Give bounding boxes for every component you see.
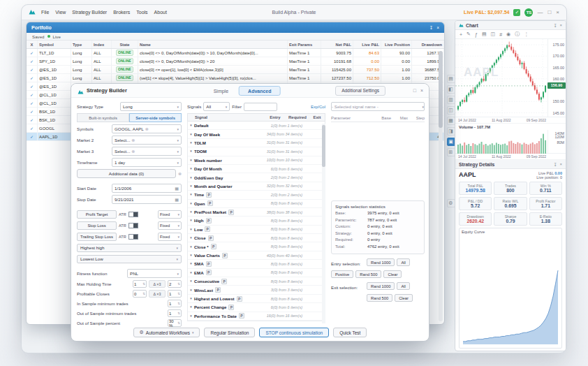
chevron-down-icon[interactable]: ▼ bbox=[188, 219, 194, 222]
spinner[interactable]: 30 %⇅ bbox=[168, 319, 182, 327]
chart-panel-header[interactable]: Chart ↧ × bbox=[455, 21, 566, 30]
chevron-down-icon[interactable]: ▼ bbox=[188, 141, 194, 145]
delta-box[interactable]: Δ ×3 bbox=[149, 280, 166, 288]
chart-toolbar-icon[interactable]: ⓘ bbox=[515, 31, 520, 38]
chevron-down-icon[interactable]: ▼ bbox=[188, 167, 194, 170]
atr-fixed-toggle[interactable] bbox=[128, 234, 138, 240]
spinner-arrows-icon[interactable]: ⇅ bbox=[177, 312, 180, 315]
signal-row[interactable]: ▼ Day Of Month P 6(0) from 6 item(s) bbox=[188, 165, 325, 173]
chevron-down-icon[interactable]: ▼ bbox=[188, 228, 194, 231]
signal-row[interactable]: ▼ Week number P 10(0) from 10 item(s) bbox=[188, 156, 325, 165]
exit-param-button[interactable]: Stop Loss bbox=[77, 221, 117, 230]
chevron-down-icon[interactable]: ▼ bbox=[188, 176, 194, 180]
chevron-down-icon[interactable]: ▼ bbox=[188, 202, 194, 205]
tab-simple[interactable]: Simple bbox=[205, 86, 237, 96]
signals-filter-select[interactable]: All▾ bbox=[203, 102, 230, 111]
side-toolbar-icon[interactable]: ⚙ bbox=[447, 199, 455, 207]
pin-icon[interactable]: ↧ bbox=[553, 23, 557, 28]
signal-row[interactable]: ▼ Day Of Week P 34(0) from 34 item(s) bbox=[188, 130, 325, 138]
dialog-restore-button[interactable]: □ bbox=[413, 88, 416, 93]
signal-row[interactable]: ▼ Open P 8(0) from 8 item(s) bbox=[188, 200, 325, 208]
row-checkbox[interactable]: ✓ bbox=[30, 59, 34, 64]
chevron-down-icon[interactable]: ▼ bbox=[188, 133, 194, 136]
stop-simulation-button[interactable]: STOP continuous simulation bbox=[259, 328, 329, 337]
side-toolbar-icon[interactable]: ▤ bbox=[447, 75, 455, 83]
chart-toolbar-icon[interactable]: + bbox=[460, 32, 462, 37]
row-checkbox[interactable]: ✓ bbox=[30, 75, 34, 80]
spinner-arrows-icon[interactable]: ⇅ bbox=[142, 292, 145, 295]
signal-row[interactable]: ▼ Pre/Post Market P 38(0) from 38 item(s… bbox=[188, 208, 325, 217]
chevron-down-icon[interactable]: ▼ bbox=[188, 305, 194, 309]
signal-row[interactable]: ▼ Close P 8(0) from 8 item(s) bbox=[188, 234, 325, 242]
chevron-down-icon[interactable]: ▼ bbox=[188, 279, 194, 283]
chart-toolbar-icon[interactable]: ✎ bbox=[466, 31, 471, 37]
table-row[interactable]: ✓ SPY_1D Long ALL ONLINE close[0] <> 0, … bbox=[27, 57, 444, 66]
dialog-titlebar[interactable]: Strategy Builder Simple Advanced Additio… bbox=[71, 84, 429, 98]
selection-button[interactable]: Rand 500 bbox=[367, 294, 392, 302]
user-avatar[interactable]: TS bbox=[524, 8, 533, 17]
signal-row[interactable]: ▼ Close * P 8(0) from 8 item(s) bbox=[188, 242, 325, 251]
mode-select[interactable]: Fixed▾ bbox=[158, 233, 182, 241]
row-checkbox[interactable]: ✓ bbox=[30, 50, 34, 55]
strategy-type-select[interactable]: Long▾ bbox=[120, 102, 182, 111]
expand-collapse-link[interactable]: Exp/Col bbox=[311, 105, 325, 109]
spinner[interactable]: 1⇅ bbox=[168, 290, 182, 298]
stop-date-field[interactable]: 9/21/2021▦ bbox=[112, 195, 182, 204]
signal-row[interactable]: ▼ Low P 8(0) from 8 item(s) bbox=[188, 226, 325, 234]
portfolio-scrollbar[interactable] bbox=[439, 51, 443, 321]
selected-signal-select[interactable]: - Selected signal name -▾ bbox=[331, 102, 425, 111]
details-panel-header[interactable]: Strategy Details ↧ × bbox=[455, 160, 566, 169]
signal-row[interactable]: ▼ TDOM P 31(0) from 31 item(s) bbox=[188, 147, 325, 156]
side-toolbar-icon[interactable]: ▣ bbox=[447, 138, 455, 146]
menu-item[interactable]: File bbox=[41, 10, 49, 15]
signal-row[interactable]: ▼ Value Charts P 40(0) from 40 item(s) bbox=[188, 251, 325, 260]
clear-icon[interactable]: ⊗ bbox=[145, 126, 149, 131]
tab-server-symbols[interactable]: Server-side symbols bbox=[129, 113, 182, 122]
pin-icon[interactable]: ↧ bbox=[553, 162, 557, 167]
signal-row[interactable]: ▼ Highest and Lowest P 8(0) from 8 item(… bbox=[188, 295, 325, 303]
timeframe-select[interactable]: 1 day▾ bbox=[112, 158, 182, 167]
side-toolbar-icon[interactable]: ⊞ bbox=[447, 148, 455, 156]
chart-toolbar-icon[interactable]: ▤ bbox=[482, 31, 487, 37]
atr-fixed-toggle[interactable] bbox=[128, 223, 138, 228]
row-checkbox[interactable]: ✓ bbox=[30, 67, 34, 72]
start-date-field[interactable]: 1/1/2006▦ bbox=[112, 184, 182, 193]
delta-box[interactable]: Δ ×3 bbox=[149, 290, 166, 298]
symbols-select[interactable]: GOOGL, AAPL⊗▾ bbox=[112, 124, 182, 133]
quick-test-button[interactable]: Quick Test bbox=[333, 328, 367, 337]
row-checkbox[interactable]: ✓ bbox=[30, 84, 34, 89]
spinner[interactable]: 2⇅ bbox=[168, 280, 182, 288]
signal-row[interactable]: ▼ Month and Quarter P 32(0) from 32 item… bbox=[188, 182, 325, 191]
side-toolbar-icon[interactable]: ◨ bbox=[447, 127, 455, 136]
selection-button[interactable]: Clear bbox=[395, 294, 413, 302]
row-checkbox[interactable]: ✓ bbox=[30, 101, 34, 105]
automated-workflows-button[interactable]: ⚙ Automated Workflows ▾ bbox=[133, 328, 200, 337]
tab-advanced[interactable]: Advanced bbox=[239, 86, 280, 96]
table-row[interactable]: ✓ TLT_1D Long ALL ONLINE close[0] <> 0, … bbox=[27, 49, 444, 57]
spinner[interactable]: 0⇅ bbox=[133, 290, 147, 298]
chevron-down-icon[interactable]: ▼ bbox=[188, 124, 194, 127]
selection-button[interactable]: All bbox=[397, 282, 409, 290]
table-row[interactable]: ✓ @ES_1D Long ALL ONLINE close[0] <= ope… bbox=[27, 66, 444, 74]
spinner[interactable]: 1⇅ bbox=[133, 280, 147, 288]
signal-row[interactable]: ▼ EMA P 8(0) from 8 item(s) bbox=[188, 269, 325, 277]
signal-row[interactable]: ▼ WinsLast P 3(0) from 3 item(s) bbox=[188, 286, 325, 294]
chevron-down-icon[interactable]: ▼ bbox=[188, 193, 194, 196]
fitness-select[interactable]: PNL▾ bbox=[127, 269, 182, 278]
mode-select[interactable]: Fixed▾ bbox=[158, 221, 182, 230]
exit-param-button[interactable]: Profit Target bbox=[77, 210, 117, 219]
chevron-down-icon[interactable]: ▼ bbox=[188, 245, 194, 249]
signal-row[interactable]: ▼ Percent Change P 6(0) from 6 item(s) bbox=[188, 303, 325, 312]
row-checkbox[interactable]: ✓ bbox=[30, 109, 34, 114]
spinner-arrows-icon[interactable]: ⇅ bbox=[142, 282, 145, 286]
chart-toolbar-icon[interactable]: ◉ bbox=[506, 31, 510, 37]
market3-select[interactable]: Select...⊗▾ bbox=[112, 147, 182, 156]
additional-data-button[interactable]: Additional data (0) bbox=[77, 169, 176, 178]
maximize-button[interactable]: □ bbox=[547, 9, 551, 15]
selection-button[interactable]: Rand 1000 bbox=[367, 258, 395, 266]
atr-fixed-toggle[interactable] bbox=[128, 212, 138, 217]
mode-select[interactable]: Fixed▾ bbox=[158, 210, 182, 219]
signal-row[interactable]: ▼ Performance To Date P 16(0) from 16 it… bbox=[188, 312, 325, 321]
row-checkbox[interactable]: ✓ bbox=[30, 126, 34, 131]
close-button[interactable]: × bbox=[556, 9, 559, 15]
